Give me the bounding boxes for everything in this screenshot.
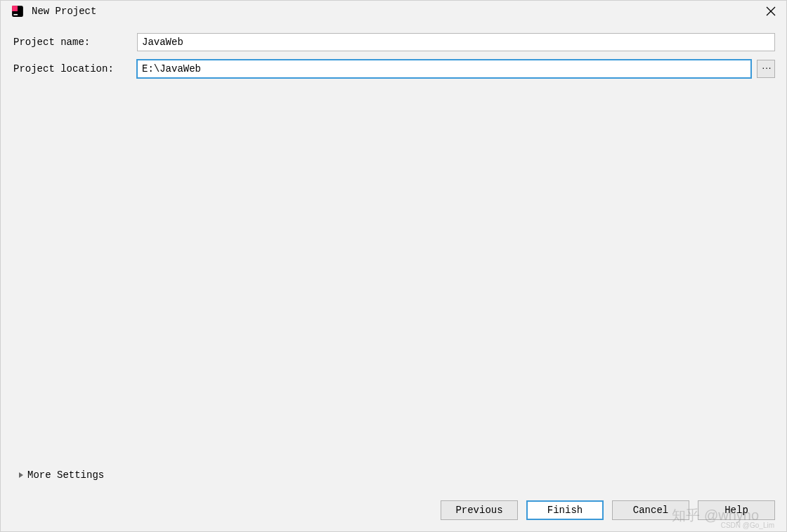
cancel-button[interactable]: Cancel <box>612 500 689 520</box>
svg-rect-2 <box>13 14 18 15</box>
svg-rect-1 <box>12 6 18 11</box>
browse-button[interactable]: ... <box>757 60 775 78</box>
window-title: New Project <box>32 6 762 17</box>
project-location-row: Project location: ... <box>13 60 775 78</box>
dialog-footer: Previous Finish Cancel Help <box>1 493 786 531</box>
finish-button[interactable]: Finish <box>526 500 604 520</box>
close-button[interactable] <box>762 3 779 20</box>
project-name-label: Project name: <box>13 37 131 48</box>
more-settings-label: More Settings <box>27 469 104 481</box>
help-button[interactable]: Help <box>698 500 775 520</box>
project-name-input[interactable] <box>137 33 775 51</box>
new-project-dialog: New Project Project name: Project locati… <box>0 0 787 532</box>
previous-button[interactable]: Previous <box>441 500 518 520</box>
project-name-row: Project name: <box>13 33 775 51</box>
spacer <box>13 86 775 464</box>
dialog-content: Project name: Project location: ... More… <box>1 25 786 493</box>
intellij-icon <box>11 4 25 18</box>
project-location-label: Project location: <box>13 63 131 74</box>
more-settings-toggle[interactable]: More Settings <box>13 464 775 493</box>
chevron-right-icon <box>19 472 23 478</box>
project-location-input[interactable] <box>137 60 751 78</box>
titlebar: New Project <box>1 1 786 25</box>
